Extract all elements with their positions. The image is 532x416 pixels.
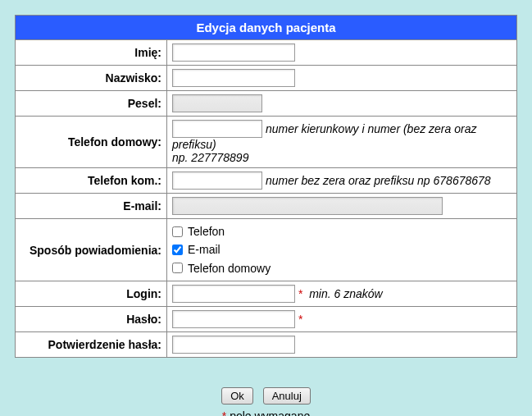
cancel-button[interactable]: Anuluj xyxy=(263,387,311,405)
required-mark: * xyxy=(222,409,226,416)
button-bar: Ok Anuluj xyxy=(15,387,517,405)
label-haslo: Hasło: xyxy=(16,307,167,332)
hint-tel-dom2: np. 227778899 xyxy=(172,151,512,164)
telefon-domowy-input[interactable] xyxy=(172,120,262,138)
imie-input[interactable] xyxy=(172,43,295,62)
patient-form-table: Edycja danych pacjenta Imię: Nazwisko: P… xyxy=(15,15,517,358)
label-pesel: Pesel: xyxy=(16,91,167,117)
notify-telefon-label: Telefon xyxy=(188,222,225,240)
login-input[interactable] xyxy=(172,285,295,303)
form-header: Edycja danych pacjenta xyxy=(16,16,517,40)
label-email: E-mail: xyxy=(16,194,167,219)
label-imie: Imię: xyxy=(16,40,167,66)
telefon-kom-input[interactable] xyxy=(172,171,262,190)
email-value-masked xyxy=(172,197,443,215)
ok-button[interactable]: Ok xyxy=(221,387,253,405)
footnote-text: pole wymagane xyxy=(230,409,310,416)
label-sposob: Sposób powiadomienia: xyxy=(16,219,167,281)
notify-email-label: E-mail xyxy=(188,240,221,258)
label-login: Login: xyxy=(16,281,167,307)
label-telefon-kom: Telefon kom.: xyxy=(16,168,167,194)
label-telefon-domowy: Telefon domowy: xyxy=(16,117,167,168)
haslo-input[interactable] xyxy=(172,310,295,328)
footnote: * pole wymagane xyxy=(15,409,517,416)
hint-login: min. 6 znaków xyxy=(309,287,382,300)
label-nazwisko: Nazwisko: xyxy=(16,66,167,91)
label-haslo2: Potwierdzenie hasła: xyxy=(16,332,167,358)
pesel-value-masked xyxy=(172,94,262,112)
haslo2-input[interactable] xyxy=(172,336,295,354)
notify-telefon-domowy-label: Telefon domowy xyxy=(188,259,271,277)
hint-tel-kom: numer bez zera oraz prefiksu np 67867867… xyxy=(266,174,491,187)
notify-telefon-domowy-checkbox[interactable] xyxy=(172,263,183,273)
required-mark: * xyxy=(298,287,302,300)
notify-email-checkbox[interactable] xyxy=(172,245,183,255)
nazwisko-input[interactable] xyxy=(172,69,295,87)
notify-telefon-checkbox[interactable] xyxy=(172,226,183,237)
required-mark: * xyxy=(298,313,302,326)
